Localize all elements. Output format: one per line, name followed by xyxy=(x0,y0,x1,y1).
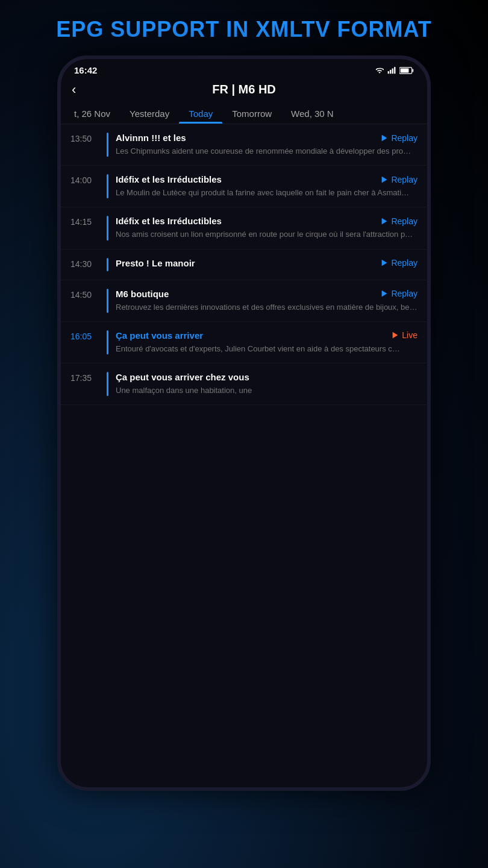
program-item[interactable]: 14:30 Presto ! Le manoir Replay xyxy=(61,250,427,280)
program-divider xyxy=(107,330,108,354)
program-item[interactable]: 17:35 Ça peut vous arriver chez vous Une… xyxy=(61,363,427,405)
play-icon xyxy=(380,175,389,184)
tab-26nov[interactable]: t, 26 Nov xyxy=(64,102,120,124)
replay-button[interactable]: Replay xyxy=(380,216,418,226)
program-item[interactable]: 13:50 Alvinnn !!! et les Replay Les Chip… xyxy=(61,124,427,166)
program-name: Idéfix et les Irréductibles xyxy=(116,216,375,226)
tab-yesterday[interactable]: Yesterday xyxy=(120,102,179,124)
program-name: M6 boutique xyxy=(116,289,375,299)
svg-marker-7 xyxy=(382,134,387,141)
program-divider xyxy=(107,372,108,396)
program-time: 14:15 xyxy=(70,217,99,227)
program-description: Le Moulin de Lutèce qui produit la farin… xyxy=(116,187,418,198)
program-name-row: Presto ! Le manoir Replay xyxy=(116,258,418,268)
svg-marker-9 xyxy=(382,218,387,225)
play-icon xyxy=(380,259,389,267)
svg-rect-6 xyxy=(401,68,409,72)
program-divider xyxy=(107,174,108,198)
program-description: Retrouvez les dernières innovations et d… xyxy=(116,302,418,313)
page-title: EPG SUPPORT IN XMLTV FORMAT xyxy=(32,0,456,55)
svg-marker-12 xyxy=(393,332,398,339)
program-name: Presto ! Le manoir xyxy=(116,258,375,268)
svg-marker-10 xyxy=(382,260,387,266)
program-item[interactable]: 14:15 Idéfix et les Irréductibles Replay… xyxy=(61,207,427,249)
program-name: Alvinnn !!! et les xyxy=(116,133,375,143)
svg-marker-11 xyxy=(382,291,387,297)
program-item[interactable]: 14:00 Idéfix et les Irréductibles Replay… xyxy=(61,166,427,207)
program-name-row: Ça peut vous arriver chez vous xyxy=(116,372,418,382)
program-description: Entouré d'avocats et d'experts, Julien C… xyxy=(116,344,418,354)
program-name-row: Ça peut vous arriver Live xyxy=(116,330,418,341)
status-time: 16:42 xyxy=(74,65,97,75)
program-item[interactable]: 14:50 M6 boutique Replay Retrouvez les d… xyxy=(61,280,427,322)
program-time: 14:30 xyxy=(70,259,99,269)
replay-button[interactable]: Replay xyxy=(380,258,418,268)
program-content: Idéfix et les Irréductibles Replay Nos a… xyxy=(116,216,418,240)
play-icon xyxy=(380,217,389,225)
battery-icon xyxy=(399,66,414,75)
tab-today[interactable]: Today xyxy=(179,102,222,124)
svg-marker-8 xyxy=(382,176,387,183)
program-divider xyxy=(107,289,108,313)
play-icon xyxy=(380,289,389,298)
tab-wed30[interactable]: Wed, 30 N xyxy=(281,102,343,124)
signal-icon xyxy=(387,66,396,75)
program-content: M6 boutique Replay Retrouvez les dernièr… xyxy=(116,289,418,313)
play-icon xyxy=(380,134,389,142)
program-time: 14:50 xyxy=(70,290,99,300)
program-description: Une malfaçon dans une habitation, une xyxy=(116,385,418,396)
replay-button[interactable]: Replay xyxy=(380,289,418,298)
channel-title: FR | M6 HD xyxy=(212,83,276,96)
program-divider xyxy=(107,258,108,271)
date-tab-bar: t, 26 Nov Yesterday Today Tomorrow Wed, … xyxy=(61,102,427,124)
program-description: Les Chipmunks aident une coureuse de ren… xyxy=(116,146,418,157)
program-divider xyxy=(107,216,108,240)
program-content: Presto ! Le manoir Replay xyxy=(116,258,418,271)
program-name-row: Idéfix et les Irréductibles Replay xyxy=(116,216,418,226)
tab-tomorrow[interactable]: Tomorrow xyxy=(222,102,281,124)
play-icon xyxy=(391,331,399,339)
wifi-icon xyxy=(375,66,384,75)
program-description: Nos amis croisent un lion emprisonné en … xyxy=(116,229,418,240)
status-icons xyxy=(375,66,414,75)
program-time: 17:35 xyxy=(70,373,99,383)
program-content: Ça peut vous arriver chez vous Une malfa… xyxy=(116,372,418,396)
program-name: Ça peut vous arriver xyxy=(116,330,386,341)
program-name: Idéfix et les Irréductibles xyxy=(116,174,375,184)
program-name-row: Alvinnn !!! et les Replay xyxy=(116,133,418,143)
program-divider xyxy=(107,133,108,157)
svg-rect-5 xyxy=(412,69,413,72)
program-content: Alvinnn !!! et les Replay Les Chipmunks … xyxy=(116,133,418,157)
back-button[interactable]: ‹ xyxy=(72,82,76,98)
program-time: 14:00 xyxy=(70,175,99,185)
program-time: 16:05 xyxy=(70,332,99,341)
program-list: 13:50 Alvinnn !!! et les Replay Les Chip… xyxy=(61,124,427,787)
program-name: Ça peut vous arriver chez vous xyxy=(116,372,413,382)
svg-rect-3 xyxy=(394,67,395,74)
svg-rect-1 xyxy=(390,69,391,73)
program-time: 13:50 xyxy=(70,134,99,143)
program-content: Idéfix et les Irréductibles Replay Le Mo… xyxy=(116,174,418,198)
program-item[interactable]: 16:05 Ça peut vous arriver Live Entouré … xyxy=(61,322,427,363)
replay-button[interactable]: Replay xyxy=(380,133,418,143)
program-name-row: M6 boutique Replay xyxy=(116,289,418,299)
svg-rect-2 xyxy=(392,68,393,74)
channel-header: ‹ FR | M6 HD xyxy=(61,78,427,102)
program-name-row: Idéfix et les Irréductibles Replay xyxy=(116,174,418,184)
svg-rect-0 xyxy=(388,71,389,74)
phone-device: 16:42 xyxy=(57,55,431,791)
live-button[interactable]: Live xyxy=(391,330,418,340)
replay-button[interactable]: Replay xyxy=(380,175,418,184)
program-content: Ça peut vous arriver Live Entouré d'avoc… xyxy=(116,330,418,354)
